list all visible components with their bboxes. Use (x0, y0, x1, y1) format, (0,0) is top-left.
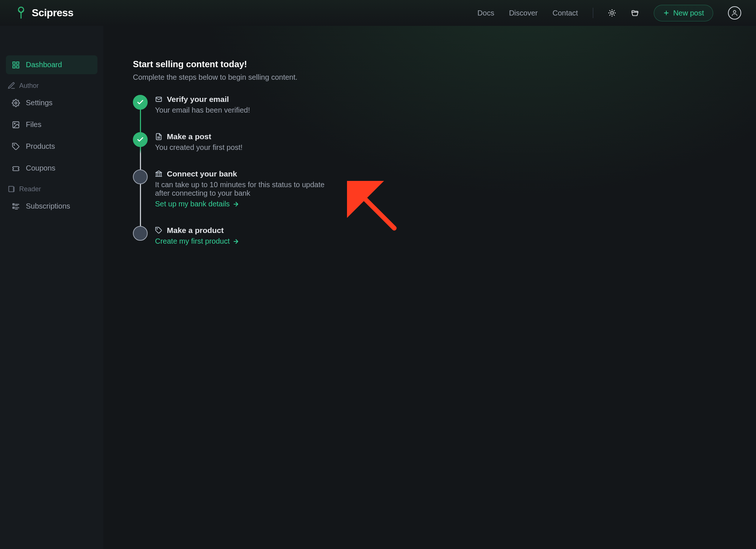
brand-logo[interactable]: Scipress (15, 7, 73, 19)
sidebar-item-label: Settings (26, 99, 52, 107)
step-title: Verify your email (167, 95, 229, 104)
svg-rect-12 (13, 207, 14, 208)
create-product-link[interactable]: Create my first product (155, 237, 726, 246)
pencil-icon (7, 82, 16, 90)
step-bullet-pending (133, 169, 148, 184)
step-connector (140, 110, 141, 132)
svg-point-0 (18, 7, 24, 12)
new-post-button[interactable]: New post (654, 5, 713, 21)
list-icon (12, 202, 20, 210)
sidebar-item-label: Coupons (26, 164, 55, 172)
dashboard-icon (12, 61, 20, 69)
step-make-product: Make a product Create my first product (133, 226, 726, 246)
step-title: Make a post (167, 132, 211, 141)
mail-icon (155, 96, 162, 103)
step-desc: Your email has been verified! (155, 106, 332, 114)
sidebar-section-reader: Reader (6, 181, 97, 194)
bank-icon (155, 170, 162, 178)
svg-point-7 (15, 102, 17, 104)
sidebar-section-label: Reader (19, 185, 41, 193)
svg-point-1 (611, 11, 613, 14)
sidebar-item-files[interactable]: Files (6, 115, 97, 134)
sidebar-section-author: Author (6, 77, 97, 90)
step-connector (140, 147, 141, 169)
sidebar-item-products[interactable]: Products (6, 137, 97, 156)
check-icon (137, 136, 144, 143)
svg-rect-11 (13, 203, 14, 205)
svg-rect-5 (13, 65, 15, 68)
document-icon (155, 133, 162, 140)
user-icon (731, 9, 738, 17)
sidebar-item-dashboard[interactable]: Dashboard (6, 55, 97, 74)
sidebar-item-coupons[interactable]: Coupons (6, 159, 97, 178)
page-subtitle: Complete the steps below to begin sellin… (133, 73, 726, 82)
sidebar-item-label: Dashboard (26, 61, 62, 69)
header: Scipress Docs Discover Contact New post (0, 0, 756, 26)
plus-icon (663, 10, 670, 16)
pointer-arrow-icon (347, 181, 406, 240)
setup-bank-link[interactable]: Set up my bank details (155, 200, 726, 208)
step-make-post: Make a post You created your first post! (133, 132, 726, 169)
step-link-label: Create my first product (155, 237, 230, 246)
check-icon (137, 99, 144, 106)
svg-rect-6 (17, 65, 19, 68)
step-bullet-pending (133, 226, 148, 241)
step-bullet-done (133, 95, 148, 110)
tag-icon (12, 143, 20, 151)
arrow-right-icon (233, 238, 239, 245)
new-post-label: New post (673, 9, 704, 17)
step-link-label: Set up my bank details (155, 200, 230, 208)
sidebar-item-settings[interactable]: Settings (6, 93, 97, 112)
sidebar-item-subscriptions[interactable]: Subscriptions (6, 197, 97, 216)
sidebar: Dashboard Author Settings Files Products… (0, 26, 103, 549)
tag-icon (155, 227, 162, 234)
step-bullet-done (133, 132, 148, 147)
open-folder-button[interactable] (631, 9, 639, 17)
step-desc: It can take up to 10 minutes for this st… (155, 181, 332, 198)
svg-point-27 (157, 229, 158, 229)
onboarding-steps: Verify your email Your email has been ve… (133, 95, 726, 246)
step-connect-bank: Connect your bank It can take up to 10 m… (133, 169, 726, 226)
image-icon (12, 121, 20, 129)
svg-point-10 (14, 144, 15, 145)
step-verify-email: Verify your email Your email has been ve… (133, 95, 726, 132)
svg-rect-4 (17, 62, 19, 64)
nav-contact[interactable]: Contact (553, 9, 578, 17)
nav-docs[interactable]: Docs (477, 9, 494, 17)
svg-point-9 (14, 123, 15, 124)
book-icon (7, 185, 16, 193)
sidebar-item-label: Subscriptions (26, 202, 70, 210)
svg-line-29 (359, 193, 394, 228)
step-desc: You created your first post! (155, 143, 332, 152)
sidebar-section-label: Author (19, 82, 39, 90)
svg-marker-20 (156, 171, 162, 173)
sidebar-item-label: Products (26, 142, 55, 151)
page-title: Start selling content today! (133, 59, 726, 69)
tree-icon (15, 7, 27, 19)
step-title: Connect your bank (167, 169, 237, 178)
step-title: Make a product (167, 226, 224, 235)
arrow-right-icon (233, 201, 239, 207)
gear-icon (12, 99, 20, 107)
svg-rect-3 (13, 62, 15, 64)
sun-icon (608, 9, 616, 17)
sidebar-item-label: Files (26, 120, 41, 129)
main-content: Start selling content today! Complete th… (103, 26, 756, 549)
theme-toggle-button[interactable] (608, 9, 616, 17)
step-connector (140, 184, 141, 226)
annotation-arrow (347, 181, 406, 240)
brand-name: Scipress (32, 7, 73, 19)
divider (593, 8, 593, 18)
nav-discover[interactable]: Discover (509, 9, 538, 17)
folder-open-icon (631, 9, 639, 17)
account-menu[interactable] (728, 6, 741, 20)
svg-point-2 (733, 10, 736, 13)
ticket-icon (12, 164, 20, 172)
